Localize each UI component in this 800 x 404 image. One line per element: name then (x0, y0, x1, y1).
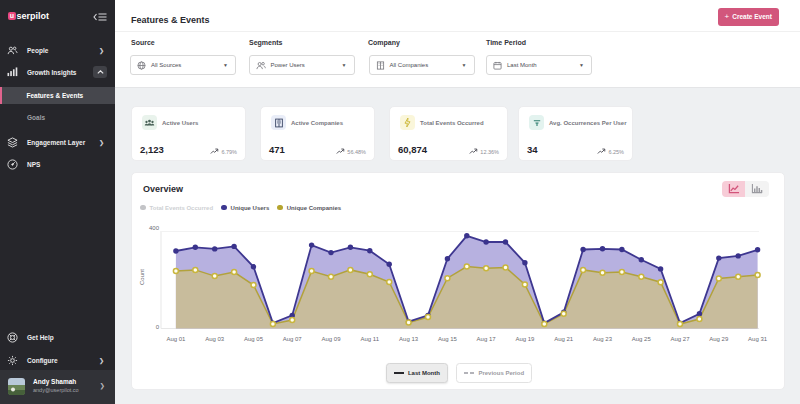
svg-text:Aug 23: Aug 23 (593, 336, 613, 342)
svg-text:Aug 13: Aug 13 (399, 336, 419, 342)
svg-text:400: 400 (149, 225, 160, 231)
svg-text:Aug 01: Aug 01 (166, 336, 186, 342)
svg-text:Aug 25: Aug 25 (632, 336, 652, 342)
svg-text:Aug 05: Aug 05 (244, 336, 264, 342)
svg-text:Aug 09: Aug 09 (321, 336, 341, 342)
svg-text:Aug 27: Aug 27 (670, 336, 690, 342)
svg-text:Aug 11: Aug 11 (361, 336, 380, 342)
svg-text:Aug 21: Aug 21 (554, 336, 574, 342)
svg-text:Aug 03: Aug 03 (205, 336, 225, 342)
svg-text:Aug 29: Aug 29 (709, 336, 729, 342)
svg-text:Aug 07: Aug 07 (283, 336, 303, 342)
svg-text:Aug 31: Aug 31 (748, 336, 768, 342)
svg-text:Aug 19: Aug 19 (515, 336, 535, 342)
svg-text:Count: Count (139, 269, 145, 285)
svg-text:0: 0 (156, 324, 160, 330)
svg-text:Aug 15: Aug 15 (438, 336, 458, 342)
svg-text:Aug 17: Aug 17 (477, 336, 497, 342)
